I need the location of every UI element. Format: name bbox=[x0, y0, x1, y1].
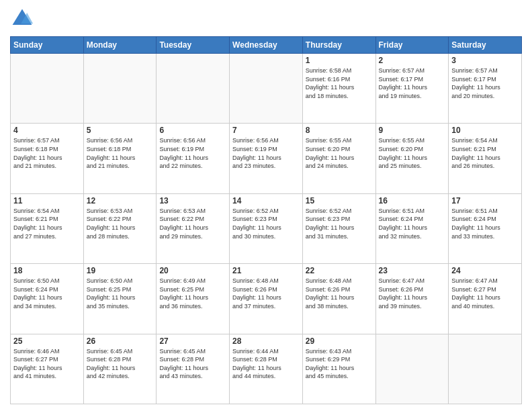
day-number: 16 bbox=[379, 196, 446, 205]
day-number: 12 bbox=[87, 196, 154, 205]
day-number: 6 bbox=[159, 126, 226, 135]
calendar-cell: 19Sunrise: 6:50 AM Sunset: 6:25 PM Dayli… bbox=[83, 264, 157, 334]
calendar-cell: 21Sunrise: 6:48 AM Sunset: 6:26 PM Dayli… bbox=[230, 264, 303, 334]
day-info: Sunrise: 6:43 AM Sunset: 6:29 PM Dayligh… bbox=[306, 347, 373, 381]
calendar-cell bbox=[230, 54, 303, 124]
calendar-cell bbox=[375, 334, 449, 404]
calendar-week-row: 18Sunrise: 6:50 AM Sunset: 6:24 PM Dayli… bbox=[11, 264, 522, 334]
header bbox=[10, 7, 522, 31]
calendar-cell: 22Sunrise: 6:48 AM Sunset: 6:26 PM Dayli… bbox=[302, 264, 375, 334]
calendar-cell bbox=[83, 54, 157, 124]
day-info: Sunrise: 6:57 AM Sunset: 6:17 PM Dayligh… bbox=[451, 66, 519, 100]
day-header: Wednesday bbox=[230, 37, 303, 54]
day-number: 18 bbox=[13, 266, 81, 275]
calendar-cell: 28Sunrise: 6:44 AM Sunset: 6:28 PM Dayli… bbox=[230, 334, 303, 404]
day-info: Sunrise: 6:56 AM Sunset: 6:19 PM Dayligh… bbox=[232, 136, 300, 170]
day-number: 27 bbox=[159, 336, 226, 346]
day-info: Sunrise: 6:50 AM Sunset: 6:24 PM Dayligh… bbox=[13, 277, 81, 310]
calendar-header-row: SundayMondayTuesdayWednesdayThursdayFrid… bbox=[11, 37, 522, 54]
calendar-cell: 26Sunrise: 6:45 AM Sunset: 6:28 PM Dayli… bbox=[83, 334, 157, 404]
day-info: Sunrise: 6:48 AM Sunset: 6:26 PM Dayligh… bbox=[306, 277, 373, 310]
day-header: Saturday bbox=[449, 37, 522, 54]
calendar-cell: 1Sunrise: 6:58 AM Sunset: 6:16 PM Daylig… bbox=[302, 54, 375, 124]
calendar-cell: 27Sunrise: 6:45 AM Sunset: 6:28 PM Dayli… bbox=[157, 334, 230, 404]
day-number: 19 bbox=[87, 266, 154, 275]
calendar-table: SundayMondayTuesdayWednesdayThursdayFrid… bbox=[10, 36, 522, 404]
day-number: 23 bbox=[379, 266, 446, 275]
day-info: Sunrise: 6:47 AM Sunset: 6:26 PM Dayligh… bbox=[379, 277, 446, 310]
day-number: 13 bbox=[159, 196, 226, 205]
day-number: 1 bbox=[306, 56, 373, 65]
calendar-cell: 23Sunrise: 6:47 AM Sunset: 6:26 PM Dayli… bbox=[375, 264, 449, 334]
day-info: Sunrise: 6:58 AM Sunset: 6:16 PM Dayligh… bbox=[306, 66, 373, 100]
calendar-cell: 20Sunrise: 6:49 AM Sunset: 6:25 PM Dayli… bbox=[157, 264, 230, 334]
day-info: Sunrise: 6:55 AM Sunset: 6:20 PM Dayligh… bbox=[306, 136, 373, 170]
day-info: Sunrise: 6:57 AM Sunset: 6:18 PM Dayligh… bbox=[13, 136, 81, 170]
day-number: 17 bbox=[451, 196, 519, 205]
day-info: Sunrise: 6:54 AM Sunset: 6:21 PM Dayligh… bbox=[451, 136, 519, 170]
logo-icon bbox=[10, 7, 34, 31]
calendar-cell: 18Sunrise: 6:50 AM Sunset: 6:24 PM Dayli… bbox=[11, 264, 84, 334]
day-info: Sunrise: 6:55 AM Sunset: 6:20 PM Dayligh… bbox=[379, 136, 446, 170]
day-number: 9 bbox=[379, 126, 446, 135]
day-header: Friday bbox=[375, 37, 449, 54]
day-number: 25 bbox=[13, 336, 81, 346]
calendar-cell: 14Sunrise: 6:52 AM Sunset: 6:23 PM Dayli… bbox=[230, 193, 303, 263]
day-number: 5 bbox=[87, 126, 154, 135]
day-number: 24 bbox=[451, 266, 519, 275]
day-header: Monday bbox=[83, 37, 157, 54]
day-number: 7 bbox=[232, 126, 300, 135]
page: SundayMondayTuesdayWednesdayThursdayFrid… bbox=[0, 0, 532, 411]
calendar-cell: 16Sunrise: 6:51 AM Sunset: 6:24 PM Dayli… bbox=[375, 193, 449, 263]
day-info: Sunrise: 6:46 AM Sunset: 6:27 PM Dayligh… bbox=[13, 347, 81, 381]
day-number: 26 bbox=[87, 336, 154, 346]
day-header: Tuesday bbox=[157, 37, 230, 54]
calendar-cell bbox=[157, 54, 230, 124]
day-number: 21 bbox=[232, 266, 300, 275]
calendar-week-row: 11Sunrise: 6:54 AM Sunset: 6:21 PM Dayli… bbox=[11, 193, 522, 263]
calendar-cell: 17Sunrise: 6:51 AM Sunset: 6:24 PM Dayli… bbox=[449, 193, 522, 263]
day-info: Sunrise: 6:53 AM Sunset: 6:22 PM Dayligh… bbox=[87, 207, 154, 240]
day-info: Sunrise: 6:49 AM Sunset: 6:25 PM Dayligh… bbox=[159, 277, 226, 310]
calendar-cell: 4Sunrise: 6:57 AM Sunset: 6:18 PM Daylig… bbox=[11, 124, 84, 193]
day-info: Sunrise: 6:45 AM Sunset: 6:28 PM Dayligh… bbox=[87, 347, 154, 381]
calendar-cell: 15Sunrise: 6:52 AM Sunset: 6:23 PM Dayli… bbox=[302, 193, 375, 263]
calendar-cell: 24Sunrise: 6:47 AM Sunset: 6:27 PM Dayli… bbox=[449, 264, 522, 334]
calendar-cell: 10Sunrise: 6:54 AM Sunset: 6:21 PM Dayli… bbox=[449, 124, 522, 193]
calendar-cell: 8Sunrise: 6:55 AM Sunset: 6:20 PM Daylig… bbox=[302, 124, 375, 193]
calendar-cell: 9Sunrise: 6:55 AM Sunset: 6:20 PM Daylig… bbox=[375, 124, 449, 193]
calendar-cell: 3Sunrise: 6:57 AM Sunset: 6:17 PM Daylig… bbox=[449, 54, 522, 124]
calendar-cell: 12Sunrise: 6:53 AM Sunset: 6:22 PM Dayli… bbox=[83, 193, 157, 263]
calendar-week-row: 4Sunrise: 6:57 AM Sunset: 6:18 PM Daylig… bbox=[11, 124, 522, 193]
day-number: 28 bbox=[232, 336, 300, 346]
day-number: 22 bbox=[306, 266, 373, 275]
calendar-cell: 5Sunrise: 6:56 AM Sunset: 6:18 PM Daylig… bbox=[83, 124, 157, 193]
day-number: 14 bbox=[232, 196, 300, 205]
day-number: 20 bbox=[159, 266, 226, 275]
day-number: 10 bbox=[451, 126, 519, 135]
calendar-cell: 6Sunrise: 6:56 AM Sunset: 6:19 PM Daylig… bbox=[157, 124, 230, 193]
day-info: Sunrise: 6:57 AM Sunset: 6:17 PM Dayligh… bbox=[379, 66, 446, 100]
calendar-cell: 7Sunrise: 6:56 AM Sunset: 6:19 PM Daylig… bbox=[230, 124, 303, 193]
day-info: Sunrise: 6:50 AM Sunset: 6:25 PM Dayligh… bbox=[87, 277, 154, 310]
day-info: Sunrise: 6:56 AM Sunset: 6:19 PM Dayligh… bbox=[159, 136, 226, 170]
day-info: Sunrise: 6:52 AM Sunset: 6:23 PM Dayligh… bbox=[232, 207, 300, 240]
calendar-cell: 11Sunrise: 6:54 AM Sunset: 6:21 PM Dayli… bbox=[11, 193, 84, 263]
day-number: 15 bbox=[306, 196, 373, 205]
day-info: Sunrise: 6:51 AM Sunset: 6:24 PM Dayligh… bbox=[451, 207, 519, 240]
calendar-week-row: 1Sunrise: 6:58 AM Sunset: 6:16 PM Daylig… bbox=[11, 54, 522, 124]
day-info: Sunrise: 6:45 AM Sunset: 6:28 PM Dayligh… bbox=[159, 347, 226, 381]
day-number: 2 bbox=[379, 56, 446, 65]
day-info: Sunrise: 6:48 AM Sunset: 6:26 PM Dayligh… bbox=[232, 277, 300, 310]
day-info: Sunrise: 6:51 AM Sunset: 6:24 PM Dayligh… bbox=[379, 207, 446, 240]
day-info: Sunrise: 6:52 AM Sunset: 6:23 PM Dayligh… bbox=[306, 207, 373, 240]
day-header: Sunday bbox=[11, 37, 84, 54]
day-number: 3 bbox=[451, 56, 519, 65]
day-info: Sunrise: 6:54 AM Sunset: 6:21 PM Dayligh… bbox=[13, 207, 81, 240]
day-number: 11 bbox=[13, 196, 81, 205]
day-number: 4 bbox=[13, 126, 81, 135]
day-info: Sunrise: 6:47 AM Sunset: 6:27 PM Dayligh… bbox=[451, 277, 519, 310]
logo bbox=[10, 7, 37, 31]
calendar-cell bbox=[11, 54, 84, 124]
day-number: 29 bbox=[306, 336, 373, 346]
